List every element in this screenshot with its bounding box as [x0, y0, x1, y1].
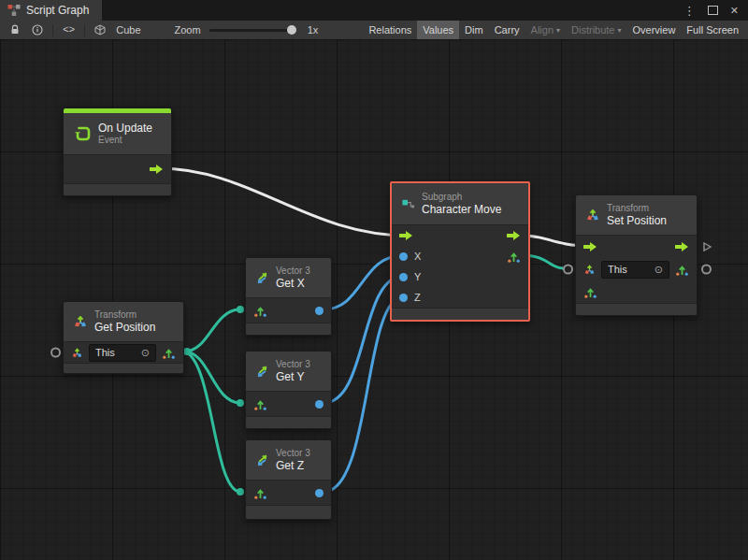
- zoom-slider[interactable]: [209, 29, 295, 32]
- object-picker-icon[interactable]: ⊙: [141, 347, 150, 359]
- distribute-button[interactable]: Distribute▾: [566, 21, 626, 39]
- node-footer: [64, 184, 171, 195]
- node-footer: [246, 506, 331, 519]
- this-object-field[interactable]: This ⊙: [601, 261, 669, 279]
- wire-getposition-to-getx[interactable]: [184, 309, 240, 352]
- window-menu-icon[interactable]: ⋮: [683, 4, 696, 18]
- target-object-label[interactable]: Cube: [111, 24, 145, 36]
- window-tab-bar: Script Graph ⋮ ✕: [0, 0, 748, 21]
- vector3-output-port[interactable]: [162, 346, 176, 360]
- this-input-port[interactable]: [563, 265, 573, 275]
- tab-title: Script Graph: [26, 4, 89, 17]
- toolbar-separator: [52, 24, 53, 36]
- node-title: Get Y: [276, 370, 310, 383]
- node-title: Get Position: [94, 321, 155, 334]
- flow-output-port[interactable]: [675, 241, 689, 252]
- full-screen-button[interactable]: Full Screen: [681, 21, 744, 39]
- dim-button[interactable]: Dim: [459, 21, 489, 39]
- graph-canvas[interactable]: On Update Event: [0, 39, 748, 560]
- script-graph-icon: [7, 4, 21, 17]
- transform-gizmo-icon: [73, 314, 88, 329]
- vector3-input-port[interactable]: [253, 486, 267, 500]
- wire-getz-to-charactermove-z[interactable]: [324, 296, 404, 492]
- wire-getposition-to-getz[interactable]: [184, 352, 240, 492]
- node-type-label: Subgraph: [422, 192, 501, 203]
- node-type-label: Transform: [94, 309, 155, 321]
- node-on-update[interactable]: On Update Event: [63, 108, 172, 196]
- align-button[interactable]: Align▾: [525, 21, 566, 39]
- graph-toolbar: <> Cube Zoom 1x Relations Values Dim Car…: [0, 21, 748, 40]
- zoom-label: Zoom: [170, 24, 206, 36]
- chevron-down-icon: ▾: [618, 26, 622, 35]
- float-output-port[interactable]: [315, 400, 324, 409]
- vector3-input-port[interactable]: [253, 397, 267, 411]
- transform-gizmo-icon: [585, 208, 600, 223]
- lock-icon[interactable]: [4, 21, 26, 39]
- flow-port-external[interactable]: [702, 242, 712, 251]
- this-input-port[interactable]: [50, 348, 61, 358]
- transform-gizmo-icon: [71, 347, 83, 359]
- vector3-input-port[interactable]: [253, 304, 267, 318]
- node-footer: [392, 309, 528, 320]
- vector3-icon: [255, 453, 269, 467]
- node-type-label: Vector 3: [276, 448, 310, 459]
- node-type-label: Transform: [607, 203, 667, 214]
- node-footer: [246, 323, 331, 335]
- transform-output-port[interactable]: [675, 263, 689, 277]
- zoom-slider-thumb[interactable]: [287, 25, 296, 35]
- node-character-move[interactable]: Subgraph Character Move X: [390, 181, 530, 322]
- node-type-label: Vector 3: [276, 266, 310, 277]
- node-title: Get Z: [276, 459, 310, 472]
- flow-output-port[interactable]: [507, 230, 521, 241]
- node-footer: [64, 364, 183, 373]
- node-title: On Update: [98, 122, 152, 135]
- transform-gizmo-icon: [583, 264, 596, 276]
- cube-object-icon: [89, 21, 111, 39]
- vector3-output-port[interactable]: [507, 250, 521, 264]
- overview-button[interactable]: Overview: [627, 21, 682, 39]
- info-icon[interactable]: [26, 21, 49, 39]
- subgraph-icon: [401, 197, 415, 211]
- flow-input-port[interactable]: [583, 241, 597, 252]
- node-title: Get X: [276, 277, 310, 290]
- flow-input-port[interactable]: [399, 230, 413, 241]
- flow-output-port[interactable]: [150, 164, 164, 175]
- toolbar-separator: [84, 24, 85, 36]
- chevron-down-icon: ▾: [556, 26, 560, 35]
- port-label-y: Y: [414, 271, 421, 282]
- port-label-x: X: [414, 251, 421, 262]
- node-type-label: Event: [98, 135, 152, 146]
- vector3-input-port[interactable]: [583, 285, 597, 299]
- values-button[interactable]: Values: [417, 21, 459, 39]
- maximize-icon[interactable]: [708, 6, 718, 15]
- relations-button[interactable]: Relations: [363, 21, 417, 39]
- carry-button[interactable]: Carry: [489, 21, 525, 39]
- node-footer: [576, 304, 697, 315]
- node-get-z[interactable]: Vector 3 Get Z: [245, 439, 332, 520]
- node-get-x[interactable]: Vector 3 Get X: [245, 257, 332, 336]
- on-update-loop-icon: [73, 124, 92, 143]
- node-title: Set Position: [607, 214, 667, 227]
- z-input-port[interactable]: [399, 294, 408, 302]
- this-object-field[interactable]: This ⊙: [89, 344, 156, 362]
- value-port-external[interactable]: [701, 265, 712, 275]
- port-label-z: Z: [414, 292, 421, 303]
- close-icon[interactable]: ✕: [730, 5, 739, 17]
- code-preview-icon[interactable]: <>: [57, 21, 80, 39]
- y-input-port[interactable]: [399, 273, 408, 281]
- node-get-y[interactable]: Vector 3 Get Y: [245, 351, 332, 429]
- node-footer: [246, 417, 331, 428]
- wire-flow-onupdate-to-charactermove[interactable]: [159, 168, 408, 236]
- node-type-label: Vector 3: [276, 359, 310, 370]
- node-get-position[interactable]: Transform Get Position This: [63, 301, 184, 374]
- node-title: Character Move: [422, 203, 501, 216]
- tab-script-graph[interactable]: Script Graph: [0, 0, 102, 21]
- float-output-port[interactable]: [315, 489, 324, 497]
- zoom-value: 1x: [303, 24, 324, 36]
- vector3-icon: [255, 365, 269, 379]
- node-set-position[interactable]: Transform Set Position: [575, 194, 698, 316]
- tab-bar-spacer: [102, 0, 683, 21]
- float-output-port[interactable]: [315, 307, 324, 315]
- object-picker-icon[interactable]: ⊙: [654, 264, 663, 276]
- x-input-port[interactable]: [399, 252, 408, 261]
